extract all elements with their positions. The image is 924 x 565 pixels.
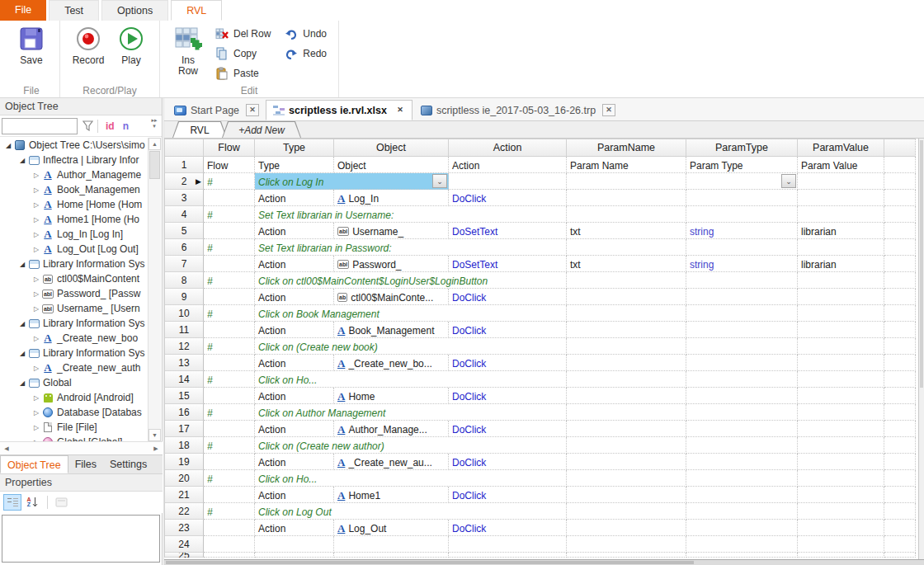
- scroll-right-arrow-icon[interactable]: ▶: [150, 443, 162, 454]
- cell-param-value[interactable]: librarian: [798, 223, 884, 239]
- property-pages-button[interactable]: [52, 494, 70, 511]
- cell[interactable]: [334, 553, 449, 558]
- cell-param-value[interactable]: Param Value: [798, 157, 884, 173]
- cell-action[interactable]: DoClick: [449, 322, 567, 338]
- cell-flow[interactable]: #: [204, 437, 255, 454]
- expand-arrow-icon[interactable]: ▷: [31, 335, 41, 342]
- cell-extra[interactable]: [884, 454, 916, 470]
- cell-param-name[interactable]: [567, 272, 686, 289]
- cell-param-type[interactable]: [686, 437, 798, 454]
- expand-arrow-icon[interactable]: ▷: [31, 394, 41, 402]
- cell-action[interactable]: DoClick: [449, 454, 567, 470]
- cell-param-type[interactable]: [686, 388, 798, 404]
- tree-item[interactable]: ◢Global: [0, 375, 148, 390]
- tree-item[interactable]: ▷ablUsername_ [Usern: [0, 301, 148, 316]
- cell-type[interactable]: Action: [255, 421, 334, 437]
- cell-param-name[interactable]: txt: [567, 223, 686, 239]
- cell-param-type[interactable]: [686, 371, 798, 388]
- tree-item[interactable]: ▷abctl00$MainContent: [0, 271, 148, 286]
- scroll-left-arrow-icon[interactable]: ◀: [1, 443, 12, 454]
- cell-comment[interactable]: Set Text librarian in Username:: [255, 206, 567, 223]
- ribbon-tab-file[interactable]: File: [0, 0, 46, 21]
- object-tree-vertical-scrollbar[interactable]: ▲ ▼: [148, 138, 161, 441]
- object-tree-search-input[interactable]: [2, 118, 78, 134]
- cell[interactable]: [884, 553, 916, 558]
- cell-param-name[interactable]: [567, 437, 686, 454]
- cell-param-value[interactable]: [798, 272, 884, 289]
- expand-arrow-icon[interactable]: ▷: [31, 246, 41, 253]
- tree-item[interactable]: ▷Android [Android]: [0, 390, 148, 405]
- collapse-arrow-icon[interactable]: ◢: [17, 320, 27, 327]
- cell-flow[interactable]: #: [204, 272, 255, 289]
- cell-param-value[interactable]: [798, 173, 884, 190]
- selected-comment-cell[interactable]: Click on Log In⌄: [255, 173, 449, 190]
- tree-item[interactable]: ▷AHome1 [Home (Ho: [0, 212, 148, 227]
- row-header[interactable]: 10: [164, 305, 204, 322]
- row-header[interactable]: 2▶: [164, 173, 204, 190]
- tree-item[interactable]: ◢Library Information Sys: [0, 257, 148, 271]
- cell-param-name[interactable]: [567, 338, 686, 355]
- row-header[interactable]: 17: [164, 421, 204, 437]
- close-icon[interactable]: ✕: [394, 104, 407, 116]
- cell-param-type[interactable]: [686, 239, 798, 256]
- row-header[interactable]: 6: [164, 239, 204, 256]
- column-header-paramname[interactable]: ParamName: [567, 139, 686, 157]
- cell-flow[interactable]: #: [204, 371, 255, 388]
- cell-object[interactable]: ablPassword_: [334, 256, 449, 272]
- cell-param-name[interactable]: [567, 206, 686, 223]
- cell-param-type[interactable]: [686, 289, 798, 305]
- grid-horizontal-scrollbar[interactable]: [164, 559, 924, 565]
- expand-arrow-icon[interactable]: ▷: [31, 231, 41, 238]
- sheet-tab-add-new[interactable]: +Add New: [222, 121, 301, 138]
- cell-extra[interactable]: [884, 322, 916, 338]
- row-header[interactable]: 18: [164, 437, 204, 454]
- cell-param-value[interactable]: [798, 503, 884, 520]
- cell-flow[interactable]: [204, 520, 255, 536]
- cell-action[interactable]: DoClick: [449, 355, 567, 371]
- cell-comment[interactable]: Click on Book Management: [255, 305, 567, 322]
- copy-button[interactable]: Copy: [214, 44, 271, 64]
- row-header[interactable]: 11: [164, 322, 204, 338]
- row-header[interactable]: 13: [164, 355, 204, 371]
- doc-tab-rvl-xlsx[interactable]: scriptless ie.rvl.xlsx ✕: [266, 100, 412, 120]
- cell-comment[interactable]: Click on Ho...: [255, 470, 567, 487]
- row-header[interactable]: 25: [164, 553, 204, 558]
- cell-param-value[interactable]: [798, 487, 884, 503]
- cell-object[interactable]: ABook_Management: [334, 322, 449, 338]
- cell-flow[interactable]: #: [204, 239, 255, 256]
- scroll-down-arrow-icon[interactable]: ▼: [148, 429, 161, 441]
- filter-id-toggle[interactable]: id: [106, 120, 115, 132]
- cell-type[interactable]: Type: [255, 157, 334, 173]
- cell-param-name[interactable]: [567, 487, 686, 503]
- tree-item[interactable]: ▷A_Create_new_auth: [0, 360, 148, 375]
- sheet-tab-rvl[interactable]: RVL: [172, 121, 227, 138]
- row-header[interactable]: 14: [164, 371, 204, 388]
- column-header-type[interactable]: Type: [255, 139, 334, 157]
- cell-param-name[interactable]: [567, 322, 686, 338]
- cell-param-value[interactable]: [798, 421, 884, 437]
- cell-flow[interactable]: [204, 421, 255, 437]
- categorized-view-button[interactable]: [3, 494, 21, 511]
- cell-flow[interactable]: #: [204, 338, 255, 355]
- cell-extra[interactable]: [884, 421, 916, 437]
- dropdown-arrow-icon[interactable]: ⌄: [432, 174, 447, 188]
- collapse-arrow-icon[interactable]: ◢: [3, 142, 13, 149]
- save-button[interactable]: Save: [12, 24, 51, 66]
- cell-param-type[interactable]: [686, 536, 798, 553]
- cell-param-name[interactable]: [567, 388, 686, 404]
- cell-param-value[interactable]: [798, 388, 884, 404]
- cell-flow[interactable]: #: [204, 470, 255, 487]
- cell-extra[interactable]: [884, 289, 916, 305]
- cell-param-value[interactable]: [798, 239, 884, 256]
- cell-flow[interactable]: [204, 536, 255, 553]
- expand-arrow-icon[interactable]: ▷: [31, 409, 41, 417]
- cell-action[interactable]: DoSetText: [449, 223, 567, 239]
- cell-param-value[interactable]: [798, 371, 884, 388]
- filter-funnel-icon[interactable]: [82, 120, 93, 131]
- row-header[interactable]: 16: [164, 404, 204, 421]
- cell-param-value[interactable]: [798, 322, 884, 338]
- row-header[interactable]: 12: [164, 338, 204, 355]
- cell-flow[interactable]: [204, 223, 255, 239]
- cell-extra[interactable]: [884, 536, 916, 553]
- cell-action[interactable]: DoClick: [449, 289, 567, 305]
